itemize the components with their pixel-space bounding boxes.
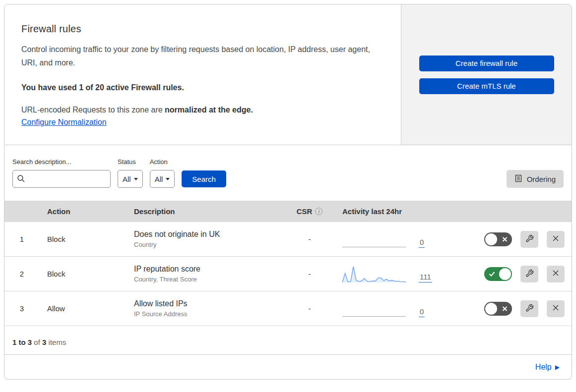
- toggle-knob: [499, 268, 511, 280]
- toggle-x-icon: [502, 236, 508, 242]
- pagination-items: items: [49, 338, 66, 346]
- rule-controls: [453, 231, 572, 248]
- wrench-icon: [525, 234, 534, 244]
- status-filter-group: Status All: [118, 158, 143, 188]
- pagination-total: 3: [42, 338, 46, 346]
- ordering-button-label: Ordering: [527, 175, 556, 183]
- table-header: Action Description CSR i Activity last 2…: [4, 201, 572, 222]
- intro-panel: Firewall rules Control incoming traffic …: [4, 4, 401, 145]
- search-group: Search description...: [12, 158, 111, 188]
- rule-description: Does not originate in UK: [134, 230, 277, 239]
- rule-csr: -: [285, 270, 334, 278]
- cta-panel: Create firewall rule Create mTLS rule: [401, 4, 572, 145]
- rule-csr: -: [285, 235, 334, 243]
- rule-number: 3: [4, 304, 39, 313]
- search-input[interactable]: [12, 170, 111, 188]
- help-card: Help ▶: [4, 355, 572, 380]
- close-icon: [552, 269, 560, 279]
- rule-description-cell: IP reputation score Country, Threat Scor…: [126, 265, 285, 283]
- table-row: 1 Block Does not originate in UK Country…: [4, 222, 572, 257]
- chevron-down-icon: [134, 178, 138, 180]
- normalization-note: URL-encoded Requests to this zone are no…: [21, 106, 371, 114]
- rules-list-card: Search description... Status All Action: [4, 145, 572, 355]
- firewall-rules-page: Firewall rules Control incoming traffic …: [0, 0, 576, 384]
- column-csr: CSR i: [285, 207, 334, 216]
- toggle-knob: [485, 233, 497, 245]
- close-icon: [552, 304, 560, 313]
- rule-action: Allow: [39, 304, 126, 313]
- rule-activity-cell: 0: [334, 299, 453, 318]
- status-select[interactable]: All: [118, 170, 143, 188]
- page-title: Firewall rules: [21, 23, 371, 35]
- action-select-value: All: [155, 175, 163, 183]
- normalization-text: URL-encoded Requests to this zone are: [21, 106, 165, 114]
- activity-count-link[interactable]: 0: [419, 307, 425, 317]
- delete-rule-button[interactable]: [547, 231, 565, 248]
- table-row: 3 Allow Allow listed IPs IP Source Addre…: [4, 291, 572, 326]
- filter-bar: Search description... Status All Action: [4, 145, 572, 201]
- status-label: Status: [118, 158, 143, 166]
- activity-count-link[interactable]: 111: [419, 273, 432, 282]
- rule-description: IP reputation score: [134, 265, 277, 274]
- rule-description: Allow listed IPs: [134, 299, 277, 308]
- rule-action: Block: [39, 235, 126, 243]
- rule-fields: Country: [134, 241, 277, 248]
- action-filter-group: Action All: [150, 158, 175, 188]
- search-box: [12, 170, 111, 188]
- ordering-button[interactable]: Ordering: [507, 170, 564, 188]
- rule-activity-cell: 111: [334, 265, 453, 283]
- edit-rule-button[interactable]: [520, 266, 538, 282]
- ordering-list-icon: [514, 174, 522, 184]
- rule-action: Block: [39, 270, 126, 278]
- toggle-knob: [485, 303, 497, 315]
- column-activity: Activity last 24hr: [334, 207, 453, 216]
- help-link[interactable]: Help ▶: [535, 363, 560, 372]
- activity-sparkline-empty: [342, 299, 406, 318]
- enable-toggle[interactable]: [484, 232, 512, 246]
- rule-description-cell: Allow listed IPs IP Source Address: [126, 299, 285, 318]
- rule-controls: [453, 300, 572, 317]
- header-card: Firewall rules Control incoming traffic …: [4, 4, 572, 145]
- rule-csr: -: [285, 304, 334, 313]
- rule-fields: Country, Threat Score: [134, 276, 277, 283]
- delete-rule-button[interactable]: [547, 300, 565, 317]
- column-csr-label: CSR: [297, 207, 313, 216]
- action-label: Action: [150, 158, 175, 166]
- search-button[interactable]: Search: [182, 170, 226, 187]
- toggle-x-icon: [502, 306, 508, 311]
- rule-description-cell: Does not originate in UK Country: [126, 230, 285, 248]
- edit-rule-button[interactable]: [520, 300, 538, 317]
- search-icon: [17, 174, 25, 185]
- activity-sparkline: [342, 265, 406, 283]
- activity-count-link[interactable]: 0: [419, 238, 425, 248]
- wrench-icon: [525, 304, 534, 314]
- column-description: Description: [126, 207, 285, 216]
- close-icon: [552, 234, 560, 244]
- pagination-range: 1 to 3: [12, 338, 32, 346]
- configure-normalization-link[interactable]: Configure Normalization: [21, 118, 107, 127]
- arrow-right-icon: ▶: [555, 364, 560, 371]
- create-mtls-rule-button[interactable]: Create mTLS rule: [419, 78, 554, 94]
- table-row: 2 Block IP reputation score Country, Thr…: [4, 257, 572, 291]
- normalization-bold: normalized at the edge.: [165, 106, 253, 114]
- action-select[interactable]: All: [150, 170, 175, 188]
- activity-sparkline-empty: [342, 230, 406, 249]
- chevron-down-icon: [166, 178, 170, 180]
- rule-number: 1: [4, 235, 39, 243]
- delete-rule-button[interactable]: [547, 266, 565, 282]
- enable-toggle[interactable]: [484, 302, 512, 316]
- status-select-value: All: [123, 175, 131, 183]
- help-link-label: Help: [535, 363, 552, 372]
- rule-fields: IP Source Address: [134, 310, 277, 318]
- info-icon[interactable]: i: [315, 208, 322, 215]
- create-firewall-rule-button[interactable]: Create firewall rule: [419, 56, 554, 71]
- rule-controls: [453, 266, 572, 282]
- rule-number: 2: [4, 270, 39, 278]
- enable-toggle[interactable]: [484, 267, 512, 281]
- usage-summary: You have used 1 of 20 active Firewall ru…: [21, 83, 371, 92]
- pagination-summary: 1 to 3 of 3 items: [4, 326, 572, 354]
- edit-rule-button[interactable]: [520, 231, 538, 248]
- page-description: Control incoming traffic to your zone by…: [21, 43, 371, 69]
- wrench-icon: [525, 269, 534, 279]
- toggle-check-icon: [489, 271, 495, 277]
